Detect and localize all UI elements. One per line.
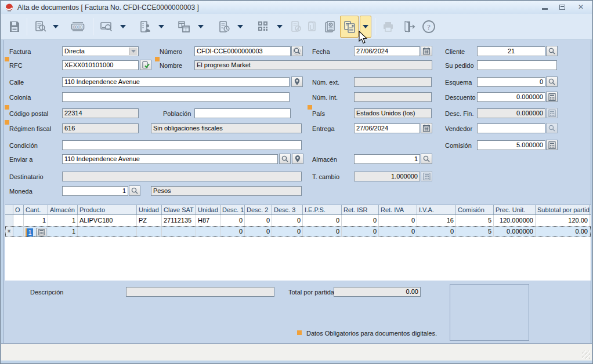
enviar-a-map-button[interactable] — [292, 154, 303, 164]
grid-cell[interactable]: 0 — [379, 226, 417, 237]
grid-cell[interactable]: 0 — [342, 226, 379, 237]
grid-cell[interactable]: PZ — [137, 215, 162, 226]
pais-field[interactable]: Estados Unidos (los) — [354, 108, 432, 118]
cliente-field[interactable]: 21 — [477, 46, 545, 56]
grid-cell[interactable]: 120.00 — [536, 215, 590, 226]
nombre-field[interactable]: El progreso Market — [194, 60, 432, 70]
copy-document-button[interactable] — [340, 16, 359, 38]
grid-cell[interactable]: 0.000000 — [494, 226, 536, 237]
grid-new-row[interactable]: ✳11000000050.0000000.00 — [5, 226, 591, 237]
comision-calc-button[interactable] — [546, 140, 558, 150]
cfdi-qr-dropdown[interactable] — [275, 16, 284, 37]
grid-cell[interactable] — [162, 226, 196, 237]
resize-grip[interactable] — [582, 351, 590, 359]
num-ext-field[interactable] — [354, 77, 432, 87]
exit-button[interactable] — [400, 16, 418, 37]
grid-cell[interactable]: ALIPVC180 — [78, 215, 137, 226]
grid-cell[interactable]: 1 — [48, 215, 78, 226]
grid-cell[interactable] — [78, 226, 137, 237]
preview-document-button[interactable] — [96, 16, 117, 37]
descripcion-field[interactable] — [126, 287, 274, 297]
descuento-field[interactable]: 0.000000 — [477, 92, 545, 102]
destinatario-field[interactable] — [62, 172, 302, 181]
esquema-field[interactable]: 0 — [477, 77, 545, 87]
entrega-field[interactable]: 27/06/2024 — [354, 123, 420, 133]
grid-cell[interactable]: 0 — [379, 215, 417, 226]
poblacion-field[interactable] — [194, 108, 291, 118]
almacen-search-button[interactable] — [421, 154, 432, 164]
entrega-calendar-button[interactable] — [421, 123, 432, 133]
grid-cell[interactable]: 0 — [303, 215, 342, 226]
colonia-field[interactable] — [62, 92, 290, 102]
grid-edit-cell[interactable]: 1 — [24, 226, 48, 237]
browse-documents-button[interactable] — [31, 16, 50, 37]
codigo-postal-field[interactable]: 22314 — [62, 108, 139, 118]
grid-cell[interactable]: 0 — [303, 226, 342, 237]
grid-cell[interactable]: 1 — [48, 226, 78, 237]
su-pedido-field[interactable] — [477, 60, 557, 70]
grid-cell[interactable]: 5 — [456, 215, 494, 226]
fecha-calendar-button[interactable] — [421, 46, 432, 56]
comision-field[interactable]: 5.000000 — [477, 140, 545, 150]
numero-field[interactable]: CFDI-CCE0000000003 — [194, 46, 291, 56]
grid-cell[interactable]: 1 — [24, 215, 48, 226]
grid-cell[interactable]: 0 — [272, 226, 303, 237]
almacen-field[interactable]: 1 — [354, 154, 420, 164]
grid-cell[interactable] — [13, 215, 24, 226]
client-info-dropdown[interactable] — [157, 16, 166, 37]
document-status-button[interactable] — [214, 16, 234, 37]
grid-cell[interactable]: 27112135 — [162, 215, 196, 226]
grid-cell[interactable]: 0 — [272, 215, 303, 226]
grid-cell[interactable] — [13, 226, 24, 237]
regimen-fiscal-field[interactable]: 616 — [62, 123, 139, 133]
calle-map-button[interactable] — [291, 77, 303, 87]
save-button[interactable] — [6, 16, 23, 37]
close-button[interactable]: ✕ — [576, 3, 585, 11]
desc-fin-field[interactable]: 0.000000 — [477, 108, 545, 118]
grid-cell[interactable]: 120.000000 — [494, 215, 536, 226]
descuento-calc-button[interactable] — [546, 92, 558, 102]
vendedor-field[interactable] — [477, 123, 545, 133]
t-cambio-field[interactable]: 1.000000 — [354, 172, 420, 181]
restore-button[interactable] — [558, 3, 567, 11]
grid-cell[interactable]: 0 — [220, 226, 245, 237]
document-status-dropdown[interactable] — [236, 16, 245, 37]
vendedor-search-button[interactable] — [546, 123, 558, 133]
enviar-a-search-button[interactable] — [279, 154, 291, 164]
inventory-button[interactable] — [173, 16, 195, 37]
chevron-down-icon[interactable] — [129, 48, 138, 55]
grid-cell[interactable]: 5 — [456, 226, 494, 237]
grid-cell[interactable]: 0 — [245, 215, 272, 226]
moneda-field[interactable]: 1 — [62, 186, 128, 196]
browse-documents-dropdown[interactable] — [51, 16, 60, 37]
cfdi-qr-button[interactable] — [252, 16, 274, 37]
help-button[interactable]: ? — [420, 16, 437, 37]
grid-cell[interactable]: 0 — [220, 215, 245, 226]
row-selector[interactable] — [5, 215, 13, 226]
grid-cell[interactable]: 0 — [245, 226, 272, 237]
items-grid[interactable]: OCant.AlmacénProductoUnidadClave SATUnid… — [5, 205, 591, 281]
folio-series-button[interactable]: 0000 — [66, 16, 89, 37]
esquema-search-button[interactable] — [546, 77, 558, 87]
factura-combo[interactable]: Directa — [62, 46, 139, 56]
preview-document-dropdown[interactable] — [118, 16, 128, 37]
inventory-dropdown[interactable] — [196, 16, 205, 37]
calculator-icon[interactable] — [36, 228, 46, 236]
cantidad-edit-input[interactable]: 1 — [26, 228, 33, 236]
numero-search-button[interactable] — [291, 46, 303, 56]
grid-cell[interactable] — [196, 226, 220, 237]
client-info-button[interactable] — [135, 16, 156, 37]
enviar-a-field[interactable]: 110 Independence Avenue — [62, 154, 278, 164]
calle-field[interactable]: 110 Independence Avenue — [62, 77, 290, 87]
condicion-field[interactable] — [62, 140, 302, 150]
certified-document-button[interactable] — [321, 16, 339, 37]
cliente-search-button[interactable] — [546, 46, 558, 56]
attach-document-button[interactable] — [303, 16, 320, 37]
rfc-validate-button[interactable] — [140, 60, 151, 70]
grid-cell[interactable] — [137, 226, 162, 237]
grid-cell[interactable]: 0.00 — [536, 226, 590, 237]
minimize-button[interactable] — [540, 3, 549, 11]
grid-cell[interactable]: 16 — [417, 215, 456, 226]
grid-cell[interactable]: H87 — [196, 215, 220, 226]
grid-cell[interactable]: 0 — [417, 226, 456, 237]
